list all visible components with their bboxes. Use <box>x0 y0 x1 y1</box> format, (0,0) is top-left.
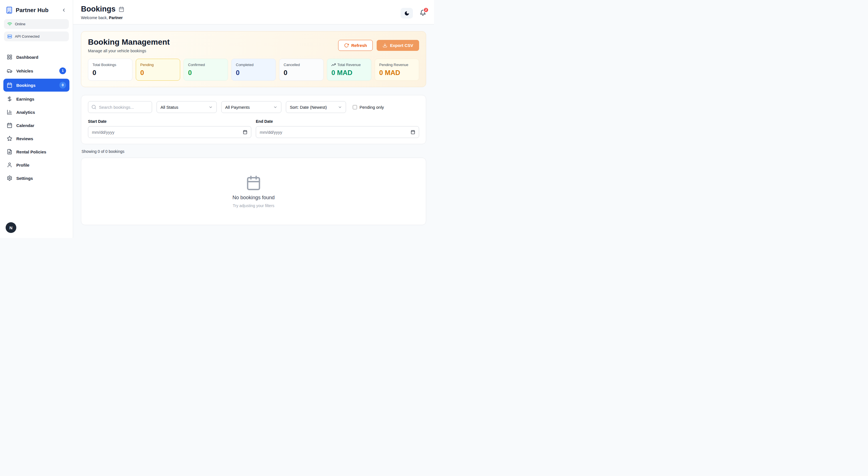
calendar-icon <box>7 82 12 88</box>
chevron-down-icon <box>273 105 277 109</box>
sidebar-item-label: Bookings <box>16 83 35 88</box>
search-box <box>88 101 152 113</box>
sidebar-item-analytics[interactable]: Analytics <box>3 106 69 118</box>
page-title: Bookings <box>81 5 116 13</box>
welcome-name: Partner <box>109 15 123 20</box>
end-date-label: End Date <box>256 119 419 124</box>
car-icon <box>7 68 12 74</box>
sidebar-item-calendar[interactable]: Calendar <box>3 120 69 131</box>
status-select-value: All Status <box>160 105 178 109</box>
online-status-label: Online <box>15 22 26 26</box>
booking-management-card: Booking Management Manage all your vehic… <box>81 31 426 87</box>
sidebar-item-label: Analytics <box>16 110 35 115</box>
star-icon <box>7 136 12 141</box>
pending-only-label: Pending only <box>360 105 384 109</box>
sidebar-item-earnings[interactable]: Earnings <box>3 93 69 105</box>
page-title-calendar-icon <box>119 6 124 12</box>
calendar-picker-icon[interactable] <box>411 130 415 134</box>
chevron-down-icon <box>338 105 342 109</box>
user-icon <box>7 162 12 168</box>
sidebar-item-bookings[interactable]: Bookings 0 <box>3 79 69 92</box>
sidebar-item-settings[interactable]: Settings <box>3 172 69 184</box>
sidebar-item-label: Vehicles <box>16 69 33 73</box>
stat-total-bookings: Total Bookings 0 <box>88 59 132 81</box>
sidebar-item-rental-policies[interactable]: Rental Policies <box>3 146 69 158</box>
server-icon <box>7 34 12 39</box>
sort-select[interactable]: Sort: Date (Newest) <box>286 101 346 113</box>
wifi-icon <box>7 22 12 26</box>
refresh-icon <box>344 43 349 48</box>
empty-calendar-icon <box>246 175 261 191</box>
sidebar-collapse-button[interactable] <box>60 6 68 14</box>
stat-pending-revenue: Pending Revenue 0 MAD <box>375 59 419 81</box>
trending-up-icon <box>332 63 336 67</box>
dark-mode-toggle-button[interactable] <box>401 8 413 19</box>
gear-icon <box>7 175 12 181</box>
status-pills: Online API Connected <box>0 19 73 44</box>
moon-icon <box>404 11 409 16</box>
stat-confirmed: Confirmed 0 <box>184 59 228 81</box>
sidebar-item-profile[interactable]: Profile <box>3 159 69 171</box>
app-logo-row: Partner Hub <box>0 0 73 19</box>
payments-select-value: All Payments <box>225 105 250 109</box>
booking-management-title: Booking Management <box>88 38 170 46</box>
search-input[interactable] <box>88 101 152 113</box>
bookings-count-badge: 0 <box>59 82 66 89</box>
stat-label: Completed <box>236 63 271 67</box>
stat-label: Confirmed <box>188 63 223 67</box>
sidebar-item-label: Reviews <box>16 136 33 141</box>
api-status-pill: API Connected <box>4 31 69 41</box>
start-date-field: Start Date mm/dd/yyyy <box>88 119 251 138</box>
file-text-icon <box>7 149 12 155</box>
main-area: Bookings Welcome back, Partner 2 Booking <box>73 0 434 238</box>
payments-select[interactable]: All Payments <box>221 101 281 113</box>
bar-chart-icon <box>7 109 12 115</box>
calendar-picker-icon[interactable] <box>243 130 247 134</box>
refresh-button[interactable]: Refresh <box>338 40 373 51</box>
booking-management-subtitle: Manage all your vehicle bookings <box>88 49 170 53</box>
status-select[interactable]: All Status <box>157 101 217 113</box>
filters-card: All Status All Payments Sort: Date (Newe… <box>81 95 426 144</box>
end-date-field: End Date mm/dd/yyyy <box>256 119 419 138</box>
sidebar-item-label: Dashboard <box>16 55 38 60</box>
sidebar-item-vehicles[interactable]: Vehicles 1 <box>3 64 69 77</box>
stat-label: Pending Revenue <box>379 63 414 67</box>
results-count-text: Showing 0 of 0 bookings <box>82 149 426 154</box>
chevron-down-icon <box>209 105 213 109</box>
sidebar-item-label: Rental Policies <box>16 150 46 154</box>
sidebar-item-label: Earnings <box>16 97 34 101</box>
user-avatar[interactable]: N <box>6 222 16 233</box>
pending-only-checkbox[interactable] <box>353 105 357 109</box>
empty-state-card: No bookings found Try adjusting your fil… <box>81 158 426 225</box>
stat-value: 0 <box>284 69 319 77</box>
vehicles-count-badge: 1 <box>59 67 66 74</box>
search-icon <box>91 104 96 109</box>
stat-value: 0 <box>236 69 271 77</box>
welcome-prefix: Welcome back, <box>81 15 107 20</box>
topbar: Bookings Welcome back, Partner 2 <box>73 0 434 25</box>
export-csv-button[interactable]: Export CSV <box>377 40 419 51</box>
sidebar-item-reviews[interactable]: Reviews <box>3 133 69 145</box>
empty-state-subtitle: Try adjusting your filters <box>233 203 274 208</box>
sidebar-item-dashboard[interactable]: Dashboard <box>3 51 69 63</box>
sidebar-item-label: Calendar <box>16 123 34 128</box>
stat-value: 0 MAD <box>379 69 414 77</box>
booking-management-heading: Booking Management Manage all your vehic… <box>88 38 170 53</box>
sidebar-item-label: Settings <box>16 176 33 181</box>
notifications-button[interactable]: 2 <box>420 9 426 17</box>
end-date-input[interactable]: mm/dd/yyyy <box>256 126 419 138</box>
sidebar-nav: Dashboard Vehicles 1 Bookings 0 Earnings… <box>0 51 73 184</box>
sidebar: Partner Hub Online API Connected Dashboa… <box>0 0 73 238</box>
stat-value: 0 <box>92 69 128 77</box>
start-date-label: Start Date <box>88 119 251 124</box>
download-icon <box>382 43 388 48</box>
page-heading: Bookings Welcome back, Partner <box>81 5 124 20</box>
export-csv-button-label: Export CSV <box>390 43 413 48</box>
start-date-input[interactable]: mm/dd/yyyy <box>88 126 251 138</box>
pending-only-filter: Pending only <box>353 105 384 109</box>
online-status-pill: Online <box>4 19 69 29</box>
stat-label: Cancelled <box>284 63 319 67</box>
stat-value: 0 <box>140 69 176 77</box>
api-status-label: API Connected <box>15 34 39 38</box>
empty-state-title: No bookings found <box>232 195 275 201</box>
